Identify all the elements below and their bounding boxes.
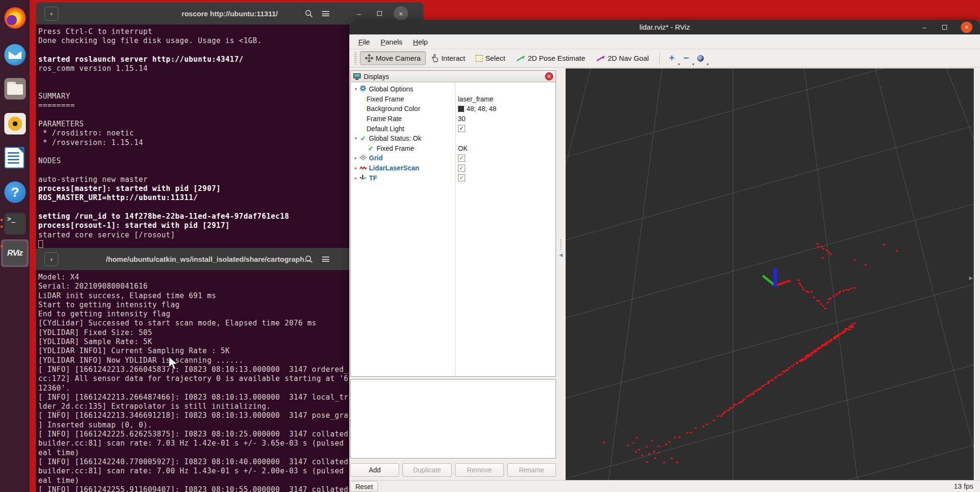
rename-button[interactable]: Rename: [507, 463, 556, 477]
rviz-statusbar: Reset 13 fps: [349, 480, 980, 492]
tool-interact[interactable]: Interact: [427, 52, 470, 65]
panel-close-icon[interactable]: ✕: [545, 72, 553, 80]
scan-point: [679, 436, 680, 438]
tree-row-frame-rate[interactable]: Frame Rate30: [351, 114, 556, 124]
scan-point: [755, 391, 757, 392]
scan-point: [663, 462, 665, 463]
menu-panels[interactable]: Panels: [375, 38, 408, 46]
property-value[interactable]: OK: [458, 145, 468, 152]
tool-label: Interact: [441, 54, 465, 62]
enabled-checkbox[interactable]: ✓: [458, 155, 465, 162]
scan-point: [648, 453, 650, 455]
check-icon: ✓: [359, 134, 367, 142]
running-indicator-dot: [0, 225, 3, 228]
property-value[interactable]: laser_frame: [458, 95, 493, 103]
scan-point: [852, 327, 854, 328]
color-swatch[interactable]: [458, 106, 464, 112]
toolbar-separator: [659, 53, 660, 64]
reset-button[interactable]: Reset: [350, 481, 378, 492]
dock-item-rhythmbox[interactable]: [4, 113, 26, 134]
laser-icon: [359, 164, 367, 172]
expand-arrow-icon[interactable]: ▸: [353, 156, 359, 160]
scan-point: [854, 323, 856, 324]
duplicate-button[interactable]: Duplicate: [402, 463, 451, 477]
hamburger-menu-icon[interactable]: [319, 7, 332, 20]
scan-point: [779, 374, 781, 376]
dock-item-terminal[interactable]: >_: [4, 213, 26, 235]
tool-select[interactable]: Select: [471, 52, 510, 65]
dock-item-files[interactable]: [4, 78, 26, 100]
tool-2d-nav-goal[interactable]: 2D Nav Goal: [591, 52, 654, 65]
rviz-titlebar[interactable]: lidar.rviz* - RViz – ×: [349, 20, 980, 34]
3d-viewport[interactable]: laser_framebase_linkmap ▶: [566, 68, 974, 480]
pose-estimate-arrow-icon: [516, 55, 525, 62]
property-value[interactable]: 48; 48; 48: [467, 105, 496, 112]
dock-item-writer[interactable]: [4, 147, 26, 168]
tree-row-grid[interactable]: ▸Grid✓: [351, 153, 556, 163]
expand-arrow-icon[interactable]: ▾: [353, 87, 359, 91]
expand-arrow-icon[interactable]: ▸: [353, 166, 359, 170]
minimize-button[interactable]: –: [919, 22, 930, 33]
toolbar-grip[interactable]: [354, 52, 357, 65]
add-button[interactable]: Add: [350, 463, 399, 477]
collapse-left-icon[interactable]: ◀: [559, 252, 563, 257]
scan-point: [842, 333, 844, 334]
dock-item-firefox[interactable]: [4, 7, 26, 29]
scan-point: [635, 451, 637, 453]
close-button[interactable]: ×: [394, 6, 408, 21]
dock-item-help[interactable]: ?: [4, 181, 26, 203]
scan-point: [883, 244, 885, 246]
collapse-right-icon[interactable]: ▶: [969, 275, 973, 280]
search-icon[interactable]: [302, 7, 315, 20]
tree-row-global-options[interactable]: ▾Global Options: [351, 84, 556, 94]
tree-row-default-light[interactable]: Default Light✓: [351, 123, 556, 134]
dock-item-thunderbird[interactable]: [4, 44, 26, 66]
scan-point: [854, 287, 856, 289]
scan-point: [826, 343, 828, 345]
scan-point: [787, 369, 789, 370]
tree-row-fixed-frame[interactable]: Fixed Framelaser_frame: [351, 94, 556, 104]
maximize-button[interactable]: [372, 6, 387, 21]
tf-icon: [359, 174, 367, 182]
scan-point: [830, 254, 832, 255]
enabled-checkbox[interactable]: ✓: [458, 165, 465, 172]
expand-arrow-icon[interactable]: ▸: [353, 176, 359, 180]
panel-splitter[interactable]: ◀: [557, 239, 565, 268]
move-camera-icon: [365, 54, 373, 62]
scan-point: [816, 243, 818, 245]
scan-point: [822, 257, 824, 258]
displays-panel-header[interactable]: Displays ✕: [351, 71, 556, 82]
enabled-checkbox[interactable]: ✓: [458, 125, 465, 132]
menu-file[interactable]: File: [353, 38, 375, 46]
tree-row-lidarlaserscan[interactable]: ▸LidarLaserScan✓: [351, 163, 556, 173]
zoom-in-button[interactable]: +▾: [665, 52, 679, 65]
enabled-checkbox[interactable]: ✓: [458, 174, 465, 181]
hamburger-menu-icon[interactable]: [319, 253, 332, 266]
maximize-button[interactable]: [939, 22, 950, 33]
tree-row-background-color[interactable]: Background Color48; 48; 48: [351, 104, 556, 114]
tool-2d-pose-estimate[interactable]: 2D Pose Estimate: [511, 52, 590, 65]
libreoffice-writer-icon: [4, 147, 24, 168]
scan-point: [747, 395, 749, 397]
grid-icon: [359, 154, 367, 162]
tree-row-tf[interactable]: ▸TF✓: [351, 173, 556, 183]
close-button[interactable]: ×: [961, 22, 972, 33]
focus-camera-button[interactable]: ▾: [693, 52, 708, 65]
property-value[interactable]: 30: [458, 115, 466, 123]
property-label: Global Options: [369, 85, 413, 93]
tool-move-camera[interactable]: Move Camera: [360, 51, 426, 65]
scan-point: [845, 330, 846, 331]
scan-point: [713, 420, 715, 421]
search-icon[interactable]: [302, 253, 315, 266]
scan-point: [764, 384, 766, 385]
tree-row-fixed-frame[interactable]: ✓Fixed FrameOK: [351, 144, 556, 154]
expand-arrow-icon[interactable]: ▾: [353, 136, 359, 141]
scan-point: [854, 259, 856, 261]
displays-tree[interactable]: ▾Global OptionsFixed Framelaser_frameBac…: [351, 82, 556, 376]
zoom-out-button[interactable]: −▾: [679, 52, 693, 65]
menu-help[interactable]: Help: [408, 38, 433, 46]
minimize-button[interactable]: –: [352, 6, 366, 21]
remove-button[interactable]: Remove: [455, 463, 504, 477]
scan-point: [830, 298, 832, 299]
tree-row-global-status-ok[interactable]: ▾✓Global Status: Ok: [351, 134, 556, 144]
